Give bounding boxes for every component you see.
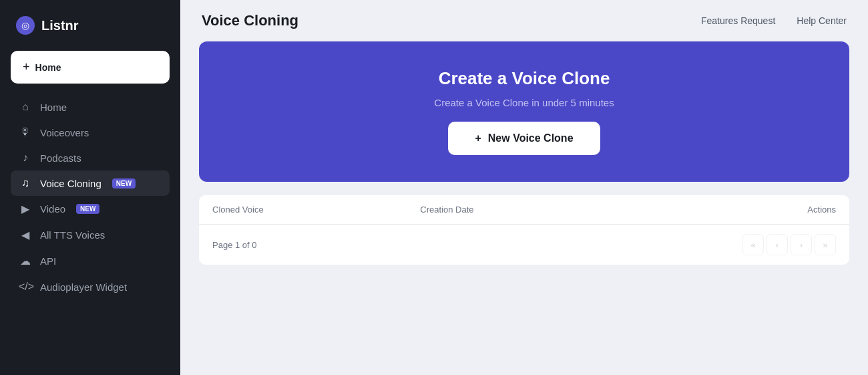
sidebar-item-api-label: API — [40, 255, 56, 267]
sidebar-item-voiceovers-label: Voiceovers — [40, 127, 89, 138]
pagination-first-button[interactable]: « — [742, 234, 764, 255]
sidebar-item-all-tts-voices[interactable]: ◀ All TTS Voices — [11, 222, 170, 248]
content-area: Create a Voice Clone Create a Voice Clon… — [180, 41, 868, 375]
logo-icon: ◎ — [16, 16, 35, 35]
sidebar-item-home[interactable]: ⌂ Home — [11, 94, 170, 120]
new-tts-voiceover-button[interactable]: + Home — [11, 51, 170, 84]
video-badge: NEW — [76, 204, 99, 214]
new-voice-clone-label: New Voice Clone — [488, 132, 574, 144]
header-links: Features Request Help Center — [701, 15, 847, 26]
home-icon: ⌂ — [19, 101, 32, 113]
double-right-icon: » — [823, 240, 827, 250]
voice-clone-icon: ♫ — [19, 177, 32, 189]
voice-cloning-badge: NEW — [112, 178, 136, 189]
features-request-link[interactable]: Features Request — [701, 15, 775, 26]
sidebar-item-video-label: Video — [40, 203, 65, 215]
music-note-icon: ♪ — [19, 152, 32, 164]
code-icon: </> — [19, 281, 32, 293]
new-clone-plus-icon: + — [475, 132, 481, 144]
col-actions: Actions — [628, 205, 836, 215]
sidebar-item-podcasts-label: Podcasts — [40, 152, 81, 164]
pagination-next-button[interactable]: › — [791, 234, 812, 255]
sidebar-item-home-label: Home — [40, 102, 67, 113]
sidebar-item-podcasts[interactable]: ♪ Podcasts — [11, 145, 170, 170]
new-voice-clone-button[interactable]: + New Voice Clone — [448, 122, 600, 155]
video-icon: ▶ — [19, 203, 32, 215]
hero-title: Create a Voice Clone — [439, 68, 610, 89]
sidebar-item-voice-cloning[interactable]: ♫ Voice Cloning NEW — [11, 170, 170, 196]
cloud-icon: ☁ — [19, 255, 32, 267]
table-header: Cloned Voice Creation Date Actions — [199, 195, 849, 225]
pagination-controls: « ‹ › » — [742, 234, 836, 255]
right-chevron-icon: › — [800, 240, 803, 250]
table-footer: Page 1 of 0 « ‹ › » — [199, 225, 849, 265]
left-chevron-icon: ‹ — [776, 240, 779, 250]
sidebar-item-voice-cloning-label: Voice Cloning — [40, 178, 101, 189]
cloned-voices-table: Cloned Voice Creation Date Actions Page … — [199, 195, 849, 265]
sidebar-item-audioplayer-widget-label: Audioplayer Widget — [40, 281, 127, 293]
logo-area: ◎ Listnr — [11, 12, 170, 48]
col-creation-date: Creation Date — [420, 205, 628, 215]
new-voiceover-label: Home — [35, 62, 61, 73]
sidebar-nav: ⌂ Home 🎙 Voiceovers ♪ Podcasts ♫ Voice C… — [11, 94, 170, 299]
sidebar-item-video[interactable]: ▶ Video NEW — [11, 196, 170, 222]
speaker-icon: ◀ — [19, 229, 32, 241]
hero-subtitle: Create a Voice Clone in under 5 minutes — [434, 97, 614, 108]
col-cloned-voice: Cloned Voice — [212, 205, 420, 215]
sidebar: ◎ Listnr + Home ⌂ Home 🎙 Voiceovers ♪ Po… — [0, 0, 180, 375]
pagination-prev-button[interactable]: ‹ — [767, 234, 788, 255]
logo-text: Listnr — [41, 18, 79, 33]
top-header: Voice Cloning Features Request Help Cent… — [180, 0, 868, 41]
pagination-info: Page 1 of 0 — [212, 240, 257, 250]
mic-icon: 🎙 — [19, 126, 32, 138]
sidebar-item-all-tts-voices-label: All TTS Voices — [40, 229, 105, 241]
plus-icon: + — [23, 60, 30, 74]
hero-banner: Create a Voice Clone Create a Voice Clon… — [199, 41, 849, 182]
double-left-icon: « — [750, 240, 755, 250]
sidebar-item-api[interactable]: ☁ API — [11, 248, 170, 274]
pagination-last-button[interactable]: » — [815, 234, 836, 255]
sidebar-item-audioplayer-widget[interactable]: </> Audioplayer Widget — [11, 274, 170, 299]
main-content: Voice Cloning Features Request Help Cent… — [180, 0, 868, 375]
page-title: Voice Cloning — [202, 12, 298, 29]
help-center-link[interactable]: Help Center — [797, 15, 847, 26]
sidebar-item-voiceovers[interactable]: 🎙 Voiceovers — [11, 120, 170, 145]
